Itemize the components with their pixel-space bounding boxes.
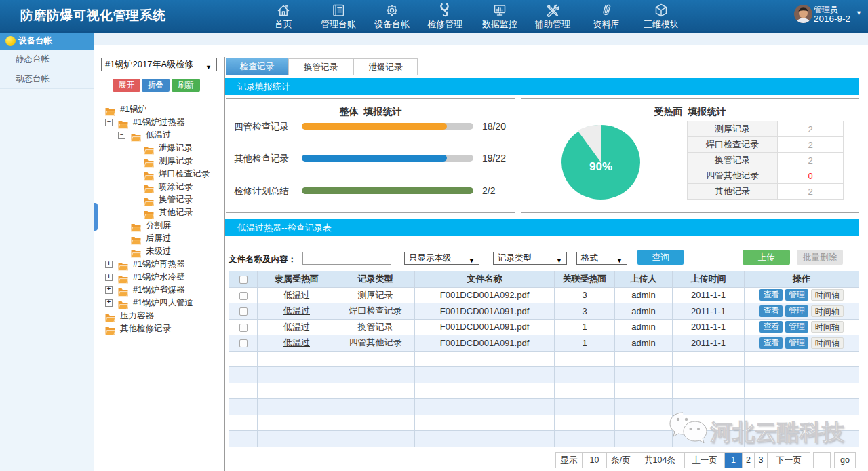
- svg-text:90%: 90%: [589, 160, 612, 173]
